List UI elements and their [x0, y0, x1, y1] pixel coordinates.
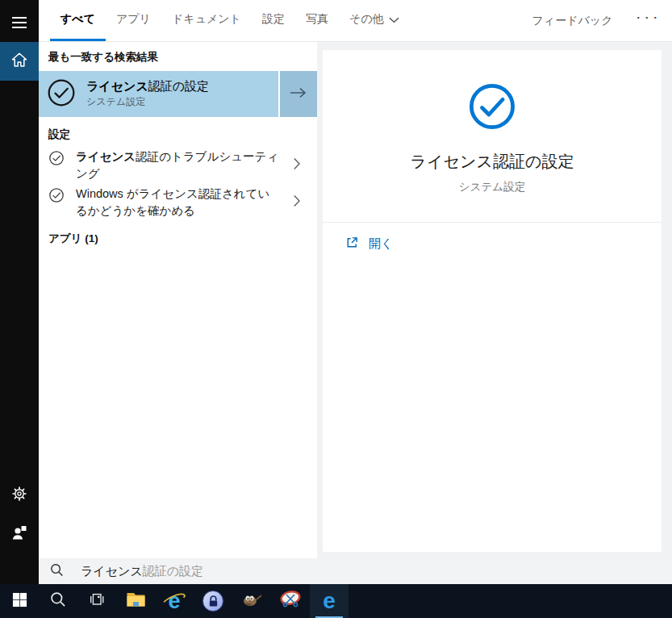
search-typed-text: ライセンス — [81, 564, 143, 579]
tab-label: ドキュメント — [172, 12, 241, 27]
check-circle-icon — [48, 150, 65, 169]
apps-section-header: アプリ (1) — [48, 232, 317, 246]
search-input[interactable]: ライセンス認証の設定 — [39, 558, 672, 584]
chevron-right-icon — [293, 157, 301, 173]
check-circle-icon — [323, 82, 662, 131]
edge-button[interactable]: e — [310, 584, 349, 618]
header-right: フィードバック ･･･ — [532, 0, 672, 41]
file-explorer-icon — [126, 591, 146, 612]
settings-section-header: 設定 — [48, 127, 317, 142]
result-item-label: Windows がライセンス認証されているかどうかを確かめる — [76, 186, 282, 219]
preview-title: ライセンス認証の設定 — [323, 151, 662, 173]
settings-button[interactable] — [0, 476, 39, 515]
file-explorer-button[interactable] — [116, 584, 155, 618]
result-item-check-activation[interactable]: Windows がライセンス認証されているかどうかを確かめる — [39, 186, 317, 219]
hamburger-bar — [12, 27, 27, 28]
task-view-icon — [88, 591, 106, 612]
title-rest: 認証の設定 — [148, 79, 209, 93]
best-match-row: ライセンス認証の設定 システム設定 — [39, 71, 317, 117]
tab-label: アプリ — [116, 12, 151, 27]
tab-label: すべて — [61, 12, 95, 27]
edge-icon: e — [323, 590, 336, 612]
best-match-header: 最も一致する検索結果 — [48, 50, 317, 65]
task-view-button[interactable] — [77, 584, 116, 618]
best-match-text: ライセンス認証の設定 システム設定 — [86, 79, 209, 110]
search-icon — [50, 563, 64, 580]
gimp-button[interactable] — [232, 584, 271, 618]
internet-explorer-icon: e — [163, 590, 186, 612]
arrow-right-icon — [290, 87, 307, 102]
feedback-link[interactable]: フィードバック — [532, 14, 613, 28]
tab-all[interactable]: すべて — [50, 0, 106, 41]
user-icon — [10, 524, 28, 545]
tab-label: 写真 — [306, 12, 328, 27]
start-button[interactable] — [0, 584, 39, 618]
search-suggestion-text: 認証の設定 — [143, 564, 203, 579]
preview-card: ライセンス認証の設定 システム設定 開く — [323, 50, 662, 552]
preview-area: ライセンス認証の設定 システム設定 開く — [317, 42, 672, 558]
expand-arrow-button[interactable] — [280, 71, 317, 117]
search-query: ライセンス認証の設定 — [81, 564, 203, 579]
best-match-item[interactable]: ライセンス認証の設定 システム設定 — [39, 71, 278, 117]
scissors-app-icon — [279, 589, 302, 613]
best-match-subtitle: システム設定 — [86, 95, 209, 109]
keepass-button[interactable] — [194, 584, 232, 618]
result-item-label: ライセンス認証のトラブルシューティング — [76, 148, 282, 182]
home-button[interactable] — [0, 42, 39, 81]
results-panel: 最も一致する検索結果 ライセンス認証の設定 システム設定 — [39, 42, 317, 558]
chevron-down-icon — [389, 13, 399, 26]
taskbar: e — [0, 584, 672, 618]
home-icon — [10, 52, 28, 71]
check-circle-icon — [47, 78, 76, 111]
internet-explorer-button[interactable]: e — [155, 584, 194, 618]
keepass-lock-icon — [202, 591, 223, 612]
best-match-title: ライセンス認証の設定 — [86, 79, 209, 94]
account-button[interactable] — [0, 515, 39, 553]
check-circle-icon — [48, 187, 65, 207]
scissors-app-button[interactable] — [271, 584, 310, 618]
tab-apps[interactable]: アプリ — [106, 0, 161, 41]
chevron-right-icon — [293, 194, 301, 211]
windows-start-icon — [12, 592, 27, 611]
open-label: 開く — [369, 236, 393, 252]
label-rest: Windows がライセンス認証されているかどうかを確かめる — [76, 187, 269, 217]
gimp-icon — [241, 590, 262, 612]
title-bold: ライセンス — [86, 79, 148, 93]
open-link[interactable]: 開く — [345, 236, 662, 252]
search-header: すべて アプリ ドキュメント 設定 写真 その他 フィードバック ･･･ — [39, 0, 672, 42]
preview-subtitle: システム設定 — [323, 180, 662, 194]
tab-settings[interactable]: 設定 — [252, 0, 295, 41]
tab-photos[interactable]: 写真 — [295, 0, 339, 41]
left-rail — [0, 0, 39, 584]
more-options-button[interactable]: ･･･ — [636, 11, 662, 30]
hamburger-bar — [12, 22, 27, 23]
hamburger-menu-icon[interactable] — [0, 3, 39, 42]
tab-more[interactable]: その他 — [339, 0, 410, 41]
divider — [323, 222, 662, 223]
tab-label: 設定 — [262, 12, 285, 27]
tab-label: その他 — [349, 12, 384, 27]
tab-documents[interactable]: ドキュメント — [161, 0, 252, 41]
open-external-icon — [345, 236, 359, 252]
search-window: すべて アプリ ドキュメント 設定 写真 その他 フィードバック ･･･ 最も一… — [0, 0, 672, 584]
hamburger-bar — [12, 17, 27, 19]
taskbar-search-button[interactable] — [39, 584, 77, 618]
gear-icon — [11, 486, 27, 505]
search-icon — [50, 591, 66, 611]
label-bold: ライセンス — [76, 150, 136, 163]
result-item-troubleshoot[interactable]: ライセンス認証のトラブルシューティング — [39, 148, 317, 182]
filter-tabs: すべて アプリ ドキュメント 設定 写真 その他 — [50, 0, 410, 41]
